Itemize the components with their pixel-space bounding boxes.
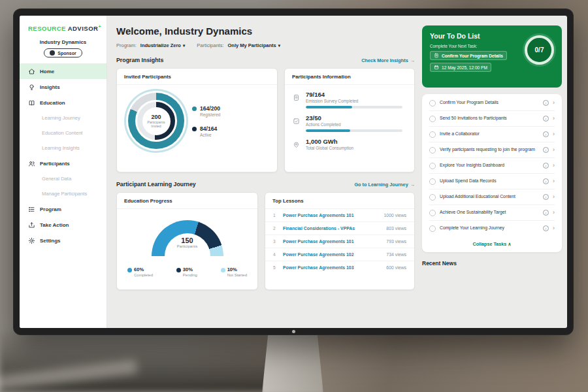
program-filter-select[interactable]: Industrialize Zero ▾ [140,42,185,48]
info-icon[interactable]: i [543,225,549,231]
info-icon[interactable]: i [543,163,549,169]
checkbox-icon[interactable] [429,147,436,154]
sponsor-badge[interactable]: Sponsor [44,48,82,57]
info-icon[interactable]: i [543,178,549,184]
chevron-right-icon[interactable]: › [553,147,555,153]
sidebar-item-settings[interactable]: Settings [20,233,106,248]
task-row-send-invitations[interactable]: Send 50 Invitations to Participants i › [429,111,555,127]
upload-box-icon [28,221,35,229]
lesson-row: 1 Power Purchase Agreements 101 1000 vie… [265,209,414,222]
registered-dot [192,106,197,111]
lesson-link[interactable]: Power Purchase Agreements 102 [283,252,381,257]
main-content: Welcome, Industry Dynamics Program: Indu… [107,16,422,328]
chevron-right-icon[interactable]: › [553,100,555,106]
info-icon[interactable]: i [543,194,549,200]
sidebar-item-label: General Data [42,176,71,182]
checkbox-icon[interactable] [429,210,436,216]
emission-survey-row: 79/164 Emission Survey Completed [293,91,406,108]
checkbox-icon[interactable] [429,163,436,169]
section-title: Participant Learning Journey [116,181,196,188]
lesson-row: 5 Power Purchase Agreements 103 600 view… [265,261,414,274]
task-row-verify-participants[interactable]: Verify participants requesting to join t… [429,142,555,158]
info-icon[interactable]: i [543,210,549,216]
chevron-right-icon[interactable]: › [553,178,555,184]
card-title: Invited Participants [117,69,277,85]
app-window: RESOURCE ADVISOR+ Industry Dynamics Spon… [20,16,567,328]
sidebar-item-learning-journey[interactable]: Learning Journey [20,110,106,125]
checkbox-icon[interactable] [429,225,436,232]
sidebar-item-participants[interactable]: Participants [20,155,106,171]
todo-progress-ring: 0/7 [525,35,554,65]
sidebar-item-label: Home [40,69,54,74]
chevron-right-icon[interactable]: › [553,210,555,216]
sidebar-item-label: Education Content [42,130,82,136]
participants-information-card: Participants Information 79/164 Emission… [284,68,415,172]
task-row-upload-spend-data[interactable]: Upload Spend Data Records i › [429,174,555,189]
task-row-explore-insights[interactable]: Explore Your Insights Dashboard i › [429,158,555,174]
lesson-row: 3 Power Purchase Agreements 101 793 view… [265,235,414,248]
info-icon[interactable]: i [543,147,549,153]
info-icon[interactable]: i [543,100,549,106]
sidebar-item-learning-insights[interactable]: Learning Insights [20,140,106,155]
legend-item-completed: 60% Completed [127,267,153,277]
program-insights-header: Program Insights Check More Insights → [116,57,415,63]
consumption-row: 1,000 GWh Total Global Consumption [293,138,406,151]
checkbox-icon[interactable] [429,194,436,201]
checkbox-icon[interactable] [429,178,436,185]
task-row-complete-learning-journey[interactable]: Complete Your Learning Journey i › [429,221,555,236]
arrow-right-icon: → [410,182,415,188]
chevron-right-icon[interactable]: › [553,116,555,122]
education-gauge-center: 150 Participants [148,237,227,248]
sidebar-item-manage-participants[interactable]: Manage Participants [20,186,106,201]
gear-icon [28,237,35,244]
task-row-confirm-program[interactable]: Confirm Your Program Details i › [429,95,555,111]
page-title: Welcome, Industry Dynamics [116,25,415,37]
sidebar-item-label: Insights [40,84,60,90]
lesson-link[interactable]: Power Purchase Agreements 103 [283,265,381,270]
invited-donut-center: 200 Participants Invited [142,107,171,135]
lesson-link[interactable]: Financial Considerations - VPPAs [283,226,381,231]
sidebar-item-program[interactable]: Program [20,201,106,217]
info-icon[interactable]: i [543,116,549,122]
survey-icon [293,91,301,108]
sidebar-item-label: Program [40,206,61,212]
chevron-right-icon[interactable]: › [553,194,555,200]
sidebar-item-label: Participants [40,161,70,167]
chevron-right-icon[interactable]: › [553,225,555,231]
sidebar-item-label: Education [40,100,65,106]
chevron-right-icon[interactable]: › [553,163,555,169]
checkbox-icon[interactable] [429,100,436,106]
task-row-achieve-target[interactable]: Achieve One Sustainability Target i › [429,205,555,221]
next-task-chip[interactable]: Confirm Your Program Details [430,51,507,60]
sidebar-item-general-data[interactable]: General Data [20,171,106,186]
sidebar-item-take-action[interactable]: Take Action [20,217,106,233]
collapse-tasks-link[interactable]: Collapse Tasks ∧ [429,236,555,250]
sidebar-item-education-content[interactable]: Education Content [20,125,106,140]
info-icon[interactable]: i [543,131,549,137]
checkbox-icon[interactable] [429,116,436,122]
lesson-link[interactable]: Power Purchase Agreements 101 [283,213,379,218]
chevron-down-icon: ▾ [183,43,185,48]
sidebar-item-home[interactable]: Home [20,63,106,79]
task-row-invite-collaborator[interactable]: Invite a Collaborator i › [429,127,555,142]
participants-filter-select[interactable]: Only My Participants ▾ [228,42,280,48]
lesson-link[interactable]: Power Purchase Agreements 101 [283,239,381,244]
invited-legend: 164/200 Registered 84/164 Active [192,105,220,137]
todo-task-list: Confirm Your Program Details i › Send 50… [422,94,562,252]
lesson-row: 4 Power Purchase Agreements 102 734 view… [265,248,414,261]
top-lessons-card: Top Lessons 1 Power Purchase Agreements … [265,192,415,290]
legend-item-active: 84/164 Active [192,125,220,137]
clipboard-icon [434,53,439,58]
go-to-learning-journey-link[interactable]: Go to Learning Journey → [354,182,415,188]
task-row-upload-educational-content[interactable]: Upload Additional Educational Content i … [429,189,555,205]
monitor-stand [262,333,323,392]
arrow-right-icon: → [410,57,415,63]
check-more-insights-link[interactable]: Check More Insights → [361,57,415,63]
sidebar-item-insights[interactable]: Insights [20,79,106,95]
chevron-right-icon[interactable]: › [553,131,555,137]
checkbox-icon[interactable] [429,131,436,138]
participants-filter-label: Participants: [197,42,223,48]
monitor-power-led [292,330,295,333]
sidebar-item-education[interactable]: Education [20,95,106,110]
sidebar: RESOURCE ADVISOR+ Industry Dynamics Spon… [20,16,107,328]
